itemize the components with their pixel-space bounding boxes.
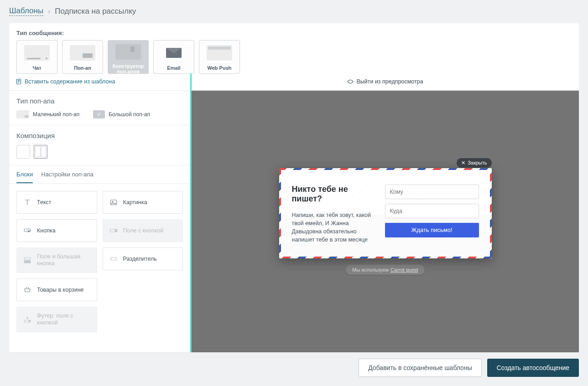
- message-type-popup[interactable]: Поп-ап: [62, 40, 103, 74]
- chevron-right-icon: ›: [48, 7, 50, 15]
- svg-rect-6: [24, 257, 31, 260]
- input-button-icon: [109, 226, 118, 235]
- sidebar: Вставить содержание из шаблона Тип поп-а…: [9, 74, 192, 352]
- block-text-label: Текст: [37, 199, 51, 206]
- powered-by-brand: Carrot quest: [390, 267, 418, 273]
- popup-submit-button[interactable]: Ждать письмо!: [385, 223, 479, 237]
- check-icon: ✓: [93, 110, 105, 118]
- insert-from-template-link[interactable]: Вставить содержание из шаблона: [9, 74, 190, 91]
- save-to-templates-button[interactable]: Добавить в сохранённые шаблоны: [359, 359, 481, 377]
- close-icon: ✕: [461, 160, 465, 166]
- template-icon: [16, 78, 22, 85]
- preview-pane: Выйти из предпросмотра ✕ Закрыть Никто т…: [192, 74, 579, 352]
- blocks-grid: Текст Картинка Кнопка Поле с кнопкой Пол…: [9, 184, 190, 340]
- block-text[interactable]: Текст: [16, 191, 97, 214]
- tab-popup-settings[interactable]: Настройки поп-апа: [41, 171, 94, 183]
- block-footer-input-button: Футер: поле с кнопкой: [16, 307, 97, 332]
- composition-title: Композиция: [16, 132, 183, 139]
- breadcrumb: Шаблоны › Подписка на рассылку: [0, 0, 588, 23]
- powered-by-prefix: Мы используем: [352, 267, 389, 273]
- popup-type-title: Тип поп-апа: [16, 97, 183, 105]
- basket-icon: [23, 286, 31, 294]
- popup-size-small[interactable]: Маленький поп-ап: [16, 110, 79, 118]
- message-type-email-label: Email: [167, 63, 180, 73]
- create-automessage-button[interactable]: Создать автосообщение: [487, 359, 579, 377]
- popup-title: Никто тебе не пишет?: [292, 185, 374, 204]
- composition-single[interactable]: [16, 145, 30, 159]
- popup-size-small-label: Маленький поп-ап: [33, 111, 79, 118]
- message-type-builder[interactable]: Конструктор поп-апов: [108, 40, 149, 74]
- footer-actions: Добавить в сохранённые шаблоны Создать а…: [0, 352, 588, 385]
- message-type-email[interactable]: Email: [153, 40, 194, 74]
- popup-body-text: Напиши, как тебя зовут, какой твой емейл…: [292, 211, 374, 244]
- message-type-section: Тип сообщения: Чат Поп-ап Конструктор по…: [9, 23, 579, 74]
- popup-close-button[interactable]: ✕ Закрыть: [457, 158, 491, 168]
- preview-canvas: ✕ Закрыть Никто тебе не пишет? Напиши, к…: [192, 91, 579, 352]
- divider-icon: [109, 255, 118, 263]
- block-button-label: Кнопка: [37, 227, 56, 234]
- popup-size-big-label: Большой поп-ап: [109, 111, 150, 118]
- block-button[interactable]: Кнопка: [16, 219, 97, 242]
- svg-rect-5: [115, 229, 117, 232]
- popup-type-section: Тип поп-апа Маленький поп-ап ✓ Большой п…: [9, 91, 190, 125]
- text-icon: [23, 198, 31, 206]
- block-image[interactable]: Картинка: [103, 191, 183, 214]
- popup-close-label: Закрыть: [468, 160, 487, 165]
- message-type-options: Чат Поп-ап Конструктор поп-апов Email We…: [16, 40, 572, 74]
- block-cart-items[interactable]: Товары в корзине: [16, 278, 97, 301]
- svg-rect-7: [24, 261, 31, 263]
- input-big-button-icon: [23, 256, 31, 264]
- block-cart-items-label: Товары в корзине: [37, 287, 84, 293]
- email-icon: [166, 48, 182, 58]
- block-input-big-button-label: Поле и большая кнопка: [37, 253, 90, 267]
- image-icon: [109, 198, 118, 206]
- block-input-with-button: Поле с кнопкой: [103, 219, 183, 242]
- message-type-popup-label: Поп-ап: [74, 63, 91, 73]
- svg-point-2: [112, 201, 113, 202]
- svg-rect-4: [110, 229, 115, 232]
- popup-size-big[interactable]: ✓ Большой поп-ап: [93, 110, 150, 118]
- powered-by-pill[interactable]: Мы используем Carrot quest: [346, 265, 424, 275]
- message-type-chat[interactable]: Чат: [16, 40, 57, 74]
- workspace: Вставить содержание из шаблона Тип поп-а…: [9, 74, 579, 352]
- editor-panel: Тип сообщения: Чат Поп-ап Конструктор по…: [9, 23, 579, 352]
- block-image-label: Картинка: [123, 199, 147, 206]
- insert-from-template-label: Вставить содержание из шаблона: [25, 78, 115, 85]
- exit-preview-icon: [347, 79, 354, 84]
- block-input-with-button-label: Поле с кнопкой: [123, 227, 164, 234]
- exit-preview-label: Выйти из предпросмотра: [356, 78, 423, 85]
- exit-preview-link[interactable]: Выйти из предпросмотра: [192, 74, 579, 91]
- composition-split[interactable]: [34, 145, 47, 159]
- message-type-webpush-label: Web Push: [208, 63, 232, 73]
- breadcrumb-current: Подписка на рассылку: [55, 7, 136, 16]
- footer-input-icon: [23, 315, 31, 324]
- svg-rect-8: [111, 257, 116, 260]
- popup-preview: ✕ Закрыть Никто тебе не пишет? Напиши, к…: [279, 168, 492, 259]
- message-type-label: Тип сообщения:: [16, 30, 572, 36]
- svg-rect-10: [30, 320, 31, 323]
- breadcrumb-root-link[interactable]: Шаблоны: [9, 6, 43, 16]
- block-divider-label: Разделитель: [123, 256, 157, 262]
- svg-rect-9: [24, 320, 29, 323]
- sidebar-tabs: Блоки Настройки поп-апа: [9, 165, 190, 184]
- popup-input-name[interactable]: [385, 185, 479, 199]
- message-type-webpush[interactable]: Web Push: [199, 40, 240, 74]
- message-type-chat-label: Чат: [32, 63, 41, 73]
- block-divider[interactable]: Разделитель: [103, 247, 183, 270]
- button-icon: [23, 226, 31, 235]
- block-footer-input-button-label: Футер: поле с кнопкой: [37, 313, 90, 326]
- small-popup-icon: [16, 110, 29, 118]
- tab-blocks[interactable]: Блоки: [16, 171, 33, 183]
- composition-section: Композиция: [9, 125, 190, 165]
- popup-input-email[interactable]: [385, 204, 479, 218]
- block-input-big-button: Поле и большая кнопка: [16, 247, 97, 273]
